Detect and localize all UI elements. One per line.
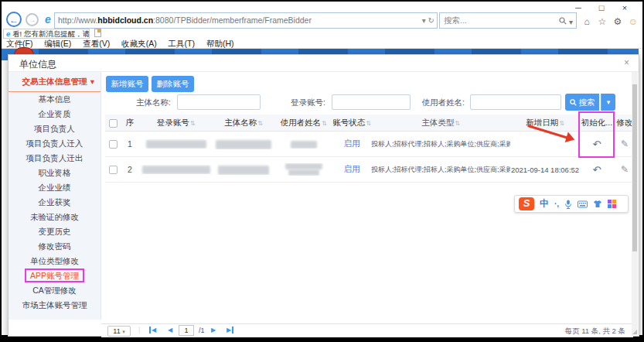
tab-bar: e 看! 您有新消息提醒，请点... ×	[3, 29, 644, 39]
header-type[interactable]: 主体类型⇅	[371, 118, 510, 128]
delete-account-button[interactable]: 删除账号	[152, 76, 194, 92]
sidebar-item-unverified-changes[interactable]: 未验证的修改	[9, 210, 101, 224]
total-pages-label: /1	[199, 327, 205, 334]
url-domain: hbbidcloud.cn	[97, 15, 153, 25]
sort-icon[interactable]: ⇅	[366, 120, 371, 127]
search-caret-icon[interactable]: ▾	[569, 18, 573, 26]
select-all-checkbox[interactable]	[109, 119, 118, 128]
header-seq: 序	[121, 118, 139, 128]
menu-tools[interactable]: 工具(T)	[169, 39, 195, 48]
menu-view[interactable]: 查看(V)	[83, 39, 110, 48]
header-login[interactable]: 登录账号⇅	[139, 118, 213, 128]
resize-grip-icon[interactable]	[632, 330, 637, 334]
url-dropdown-icon[interactable]: ▾	[422, 16, 426, 25]
tab-close-icon[interactable]: ×	[83, 29, 87, 38]
user-name-input[interactable]	[470, 94, 561, 110]
sidebar-item-change-history[interactable]: 变更历史	[9, 224, 101, 239]
header-name[interactable]: 主体名称⇅	[213, 118, 274, 128]
url-input[interactable]: http://www.hbbidcloud.cn:8080/TPBidder/m…	[54, 12, 438, 29]
search-magnifier-icon[interactable]	[559, 17, 567, 25]
date-cell: 2021-09-14 18:06:52	[510, 166, 580, 174]
forward-icon[interactable]: →	[26, 13, 39, 26]
redacted-user-name	[288, 169, 319, 176]
vertical-scrollbar[interactable]	[632, 72, 638, 335]
sort-icon[interactable]: ⇅	[257, 120, 263, 127]
sidebar-item-market-subject-accounts[interactable]: 市场主体账号管理	[9, 298, 101, 313]
sidebar-group-trade-subject[interactable]: 交易主体信息管理 ▾	[9, 72, 101, 92]
sort-icon[interactable]: ⇅	[190, 120, 196, 127]
ime-mode-icon[interactable]: 中	[540, 197, 549, 210]
refresh-icon[interactable]: ↻	[428, 16, 434, 25]
search-input[interactable]: 搜索... ▾	[439, 12, 577, 29]
sidebar-item-enterprise-performance[interactable]: 企业业绩	[9, 180, 101, 195]
new-tab-icon[interactable]	[94, 29, 101, 37]
url-prefix: http://www.	[58, 15, 97, 25]
sort-icon[interactable]: ⇅	[559, 120, 564, 127]
url-path: :8080/TPBidder/memberframe/FrameBidder	[153, 15, 312, 25]
favorites-star-icon[interactable]: ☆	[595, 16, 610, 27]
row-checkbox[interactable]	[109, 166, 118, 174]
add-account-button[interactable]: 新增账号	[106, 76, 148, 92]
sogou-logo-icon[interactable]: S	[519, 197, 534, 210]
annotation-highlight-box	[578, 111, 615, 158]
redacted-user-name	[291, 141, 317, 149]
sidebar: 交易主体信息管理 ▾ 基本信息 企业资质 项目负责人 项目负责人迁入 项目负责人…	[9, 72, 101, 320]
menu-help[interactable]: 帮助(H)	[206, 39, 234, 48]
pagination-bar: 11 ▾ | ◀ ◀ /1 ▶ ▶ 每页 11 条, 共 2 条	[101, 323, 633, 337]
row-checkbox[interactable]	[109, 140, 118, 149]
sidebar-item-professional-qualification[interactable]: 职业资格	[9, 166, 101, 180]
caret-down-icon: ▾	[122, 329, 125, 334]
first-page-icon[interactable]: ◀	[149, 327, 156, 333]
smiley-feedback-icon[interactable]: ☺	[625, 16, 641, 27]
punctuation-icon[interactable]: ·,	[554, 200, 559, 208]
menu-favorites[interactable]: 收藏夹(A)	[121, 39, 157, 48]
toolbox-grid-icon[interactable]	[608, 200, 616, 208]
header-status[interactable]: 账号状态⇅	[332, 118, 371, 128]
panel-header: 单位信息 ×	[9, 55, 639, 72]
sidebar-active-label: APP账号管理	[25, 268, 84, 282]
sidebar-group-label: 交易主体信息管理	[22, 77, 87, 86]
skin-shirt-icon[interactable]	[593, 200, 602, 208]
menu-bar: 文件(F) 编辑(E) 查看(V) 收藏夹(A) 工具(T) 帮助(H)	[2, 39, 642, 49]
sidebar-item-project-leader[interactable]: 项目负责人	[9, 121, 101, 136]
sidebar-item-app-account-management[interactable]: APP账号管理	[9, 268, 101, 283]
edit-pencil-icon[interactable]: ✎	[621, 164, 629, 175]
prev-page-icon[interactable]: ◀	[168, 327, 172, 333]
search-button[interactable]: 搜索	[565, 94, 599, 111]
microphone-icon[interactable]	[564, 200, 572, 209]
home-icon[interactable]: ⌂	[579, 16, 595, 27]
settings-gear-icon[interactable]: ⚙	[610, 16, 625, 27]
back-icon[interactable]: ←	[6, 12, 22, 27]
sidebar-item-leader-move-out[interactable]: 项目负责人迁出	[9, 151, 101, 166]
sidebar-item-ca-management[interactable]: CA管理修改	[9, 283, 101, 298]
edit-pencil-icon[interactable]: ✎	[621, 139, 629, 149]
header-user[interactable]: 使用者姓名⇅	[274, 118, 332, 128]
sidebar-item-enterprise-awards[interactable]: 企业获奖	[9, 195, 101, 210]
chevron-down-icon: ▾	[90, 72, 94, 91]
address-bar: ← → e http://www.hbbidcloud.cn:8080/TPBi…	[5, 11, 644, 29]
pager-divider: |	[138, 326, 140, 333]
scrollbar-thumb[interactable]	[632, 84, 637, 251]
next-page-icon[interactable]: ▶	[211, 327, 216, 333]
sort-icon[interactable]: ⇅	[455, 120, 460, 127]
subject-name-label: 主体名称:	[115, 94, 171, 111]
subject-name-input[interactable]	[177, 94, 261, 110]
search-options-caret-button[interactable]: ▾	[601, 94, 615, 111]
sidebar-item-leader-move-in[interactable]: 项目负责人迁入	[9, 136, 101, 151]
sidebar-item-change-password[interactable]: 修改密码	[9, 239, 101, 254]
login-account-input[interactable]	[332, 94, 411, 110]
sidebar-item-basic-info[interactable]: 基本信息	[9, 92, 101, 107]
search-placeholder: 搜索...	[444, 15, 467, 25]
initialize-undo-icon[interactable]: ↶	[593, 164, 601, 176]
page-number-input[interactable]	[179, 325, 194, 336]
panel-close-icon[interactable]: ×	[624, 57, 629, 68]
sidebar-item-unit-type-change[interactable]: 单位类型修改	[9, 254, 101, 268]
keyboard-icon[interactable]	[578, 200, 588, 208]
redacted-login	[146, 140, 206, 149]
sort-icon[interactable]: ⇅	[322, 120, 327, 127]
last-page-icon[interactable]: ▶	[227, 327, 233, 333]
sidebar-item-enterprise-qualification[interactable]: 企业资质	[9, 107, 101, 121]
page-size-select[interactable]: 11 ▾	[107, 326, 131, 337]
tab-notification[interactable]: e 看! 您有新消息提醒，请点... ×	[3, 29, 90, 39]
menu-edit[interactable]: 编辑(E)	[44, 39, 71, 48]
